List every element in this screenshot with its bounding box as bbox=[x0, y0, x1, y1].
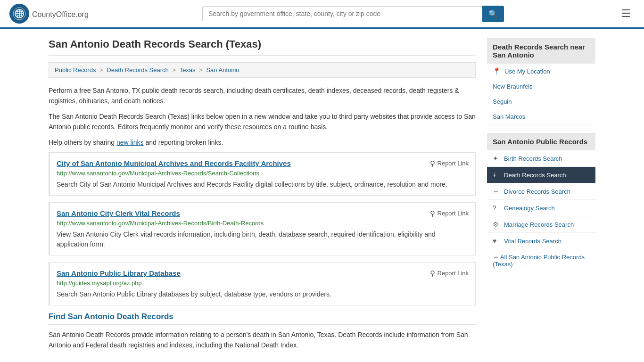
menu-button[interactable]: ☰ bbox=[618, 6, 635, 22]
breadcrumb-texas[interactable]: Texas bbox=[180, 66, 196, 74]
sidebar-nearby-header: Death Records Search near San Antonio bbox=[487, 38, 595, 64]
result-entry: San Antonio City Clerk Vital Records ⚲ R… bbox=[49, 202, 476, 255]
genealogy-icon: ? bbox=[493, 204, 500, 212]
result-desc-1: Search City of San Antonio Municipal Arc… bbox=[57, 180, 469, 189]
result-title-2[interactable]: San Antonio City Clerk Vital Records bbox=[57, 209, 180, 217]
result-entry: San Antonio Public Library Database ⚲ Re… bbox=[49, 262, 476, 305]
search-area: 🔍 bbox=[202, 6, 504, 22]
death-records-link[interactable]: Death Records Search bbox=[504, 172, 566, 179]
sidebar-item-birth-records[interactable]: ✦ Birth Records Search bbox=[487, 150, 595, 167]
logo-text: CountyOffice.org bbox=[32, 8, 89, 19]
use-my-location[interactable]: 📍 Use My Location bbox=[487, 64, 595, 79]
breadcrumb: Public Records > Death Records Search > … bbox=[49, 62, 476, 78]
marriage-records-icon: ⚙ bbox=[493, 221, 500, 228]
marriage-records-link[interactable]: Marriage Records Search bbox=[504, 221, 574, 228]
description-3: Help others by sharing new links and rep… bbox=[49, 137, 476, 148]
sidebar-item-genealogy[interactable]: ? Genealogy Search bbox=[487, 200, 595, 216]
result-url-3[interactable]: http://guides.mysapl.org/az.php bbox=[57, 280, 469, 287]
report-icon-1: ⚲ bbox=[430, 159, 435, 168]
report-icon-2: ⚲ bbox=[430, 209, 435, 218]
report-link-button-2[interactable]: ⚲ Report Link bbox=[430, 209, 469, 218]
nearby-new-braunfels[interactable]: New Braunfels bbox=[487, 79, 595, 94]
logo-brand: CountyOffice bbox=[32, 10, 75, 18]
sidebar-public-records-section: San Antonio Public Records ✦ Birth Recor… bbox=[487, 133, 595, 272]
result-header: San Antonio City Clerk Vital Records ⚲ R… bbox=[57, 209, 469, 218]
result-entry: City of San Antonio Municipal Archives a… bbox=[49, 152, 476, 196]
all-records-link[interactable]: All San Antonio Public Records (Texas) bbox=[493, 254, 585, 268]
result-header: City of San Antonio Municipal Archives a… bbox=[57, 159, 469, 168]
birth-records-link[interactable]: Birth Records Search bbox=[504, 155, 562, 162]
result-desc-2: View San Antonio City Clerk vital record… bbox=[57, 230, 469, 249]
vital-records-icon: ♥ bbox=[493, 237, 500, 245]
sidebar-item-vital-records[interactable]: ♥ Vital Records Search bbox=[487, 233, 595, 249]
birth-records-icon: ✦ bbox=[493, 155, 500, 162]
description-2: The San Antonio Death Records Search (Te… bbox=[49, 111, 476, 132]
sidebar-item-death-records[interactable]: + Death Records Search bbox=[487, 167, 595, 183]
breadcrumb-san-antonio[interactable]: San Antonio bbox=[206, 66, 239, 74]
logo-icon bbox=[9, 4, 29, 24]
location-pin-icon: 📍 bbox=[493, 67, 501, 75]
new-links[interactable]: new links bbox=[116, 139, 144, 146]
result-title-1[interactable]: City of San Antonio Municipal Archives a… bbox=[57, 159, 291, 167]
sidebar-item-divorce-records[interactable]: ↔ Divorce Records Search bbox=[487, 183, 595, 200]
result-desc-3: Search San Antonio Public Library databa… bbox=[57, 289, 469, 299]
search-button[interactable]: 🔍 bbox=[482, 6, 504, 22]
genealogy-link[interactable]: Genealogy Search bbox=[504, 205, 555, 212]
san-marcos-link[interactable]: San Marcos bbox=[493, 113, 525, 120]
content-area: San Antonio Death Records Search (Texas)… bbox=[49, 38, 476, 351]
sidebar-item-marriage-records[interactable]: ⚙ Marriage Records Search bbox=[487, 216, 595, 233]
page-title: San Antonio Death Records Search (Texas) bbox=[49, 38, 476, 56]
nearby-san-marcos[interactable]: San Marcos bbox=[487, 109, 595, 124]
result-url-1[interactable]: http://www.sanantonio.gov/Municipal-Arch… bbox=[57, 170, 469, 177]
result-title-3[interactable]: San Antonio Public Library Database bbox=[57, 269, 181, 277]
report-icon-3: ⚲ bbox=[430, 269, 435, 278]
search-input[interactable] bbox=[202, 6, 482, 21]
vital-records-link[interactable]: Vital Records Search bbox=[504, 238, 561, 245]
header: CountyOffice.org 🔍 ☰ bbox=[0, 0, 644, 29]
arrow-icon: → bbox=[493, 254, 500, 261]
result-header: San Antonio Public Library Database ⚲ Re… bbox=[57, 269, 469, 278]
sidebar-nearby-section: Death Records Search near San Antonio 📍 … bbox=[487, 38, 595, 124]
sidebar-public-records-header: San Antonio Public Records bbox=[487, 133, 595, 150]
breadcrumb-death-records[interactable]: Death Records Search bbox=[107, 66, 169, 74]
new-braunfels-link[interactable]: New Braunfels bbox=[493, 83, 533, 90]
main-container: San Antonio Death Records Search (Texas)… bbox=[39, 29, 605, 360]
find-section-text: San Antonio Death Records provide inform… bbox=[49, 329, 476, 351]
breadcrumb-public-records[interactable]: Public Records bbox=[55, 66, 96, 74]
logo-suffix: .org bbox=[75, 10, 89, 18]
death-records-icon: + bbox=[493, 171, 500, 179]
divorce-records-icon: ↔ bbox=[493, 188, 500, 195]
logo-area: CountyOffice.org bbox=[9, 4, 89, 24]
result-url-2[interactable]: http://www.sanantonio.gov/Municipal-Arch… bbox=[57, 220, 469, 227]
description-1: Perform a free San Antonio, TX public de… bbox=[49, 85, 476, 107]
find-section-heading: Find San Antonio Death Records bbox=[49, 312, 476, 325]
sidebar: Death Records Search near San Antonio 📍 … bbox=[487, 38, 595, 351]
use-my-location-link[interactable]: Use My Location bbox=[504, 68, 550, 75]
seguin-link[interactable]: Seguin bbox=[493, 98, 512, 105]
divorce-records-link[interactable]: Divorce Records Search bbox=[504, 188, 570, 195]
sidebar-all-records[interactable]: → All San Antonio Public Records (Texas) bbox=[487, 249, 595, 272]
nearby-seguin[interactable]: Seguin bbox=[487, 94, 595, 109]
report-link-button-3[interactable]: ⚲ Report Link bbox=[430, 269, 469, 278]
report-link-button-1[interactable]: ⚲ Report Link bbox=[430, 159, 469, 168]
